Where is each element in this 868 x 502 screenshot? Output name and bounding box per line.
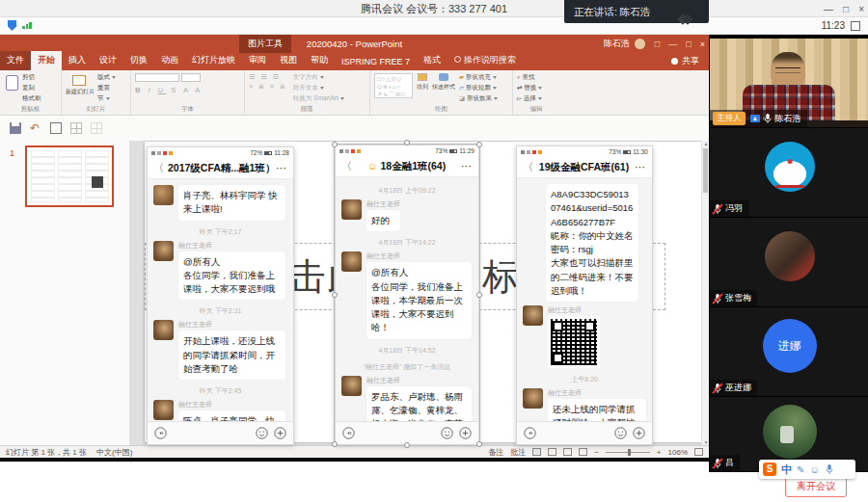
format-painter-button[interactable]: 格式刷 <box>22 94 41 103</box>
minimize-icon[interactable]: — <box>824 4 833 14</box>
tab-format[interactable]: 格式 <box>417 51 448 70</box>
select-button[interactable]: ▻ 选择 <box>517 94 556 103</box>
undo-icon[interactable]: ↶ <box>30 122 41 134</box>
wechat-screenshot-class19[interactable]: 73%11:30 〈 19级金融CFA班(61) ⋯ A8A9C33DC5901… <box>516 145 653 445</box>
zoom-out-icon[interactable]: − <box>594 448 599 457</box>
tab-transitions[interactable]: 切换 <box>123 51 154 70</box>
close-icon[interactable]: × <box>858 4 864 14</box>
comments-toggle[interactable]: 批注 <box>510 447 526 458</box>
wechat-screenshot-class18[interactable]: 73%11:29 〈 ☺ 18金融1班(64) ⋯ 4月18日 上午09:22 … <box>335 145 479 445</box>
text-direction-button[interactable]: 文字方向 <box>293 73 344 82</box>
align-text-button[interactable]: 对齐文本 <box>293 84 344 92</box>
cut-button[interactable]: 剪切 <box>22 73 41 82</box>
video-tile-zhangxuemei[interactable]: 张雪梅 <box>710 218 868 307</box>
ppt-close-icon[interactable]: × <box>700 40 705 49</box>
ppt-scrollbar[interactable]: ▲ ▼ <box>701 141 709 445</box>
selection-handle[interactable] <box>476 441 482 447</box>
network-signal-icon <box>22 22 32 29</box>
leave-meeting-button[interactable]: 离开会议 <box>785 476 847 497</box>
selection-handle[interactable] <box>332 441 338 447</box>
mic-muted-icon <box>713 458 722 469</box>
tell-me-search[interactable]: 操作说明搜索 <box>448 51 523 70</box>
meeting-logo-icon <box>677 8 692 31</box>
find-button[interactable]: ⌕ 查找 <box>517 73 556 82</box>
shape-outline-button[interactable]: ▱ 形状轮廓 <box>459 84 498 92</box>
tab-insert[interactable]: 插入 <box>62 51 93 70</box>
language-indicator[interactable]: 中文(中国) <box>96 447 132 458</box>
maximize-icon[interactable]: □ <box>843 4 849 14</box>
section-button[interactable]: 节 <box>97 94 116 103</box>
mic-on-icon <box>763 113 773 124</box>
selection-handle[interactable] <box>476 292 482 298</box>
shape-fill-button[interactable]: ▰ 形状填充 <box>459 73 498 82</box>
paste-icon[interactable] <box>6 75 18 91</box>
time-divider: 昨天 下午2:17 <box>148 227 293 237</box>
smartart-button[interactable]: 转换为 SmartArt <box>293 94 344 103</box>
shape-effects-button[interactable]: ◪ 形状效果 <box>459 94 498 103</box>
shapes-gallery[interactable]: □○△▽◇⬭☆▹⌂○↗∿⌒⊙□ <box>374 73 413 98</box>
tab-slideshow[interactable]: 幻灯片放映 <box>185 51 242 70</box>
font-size-select[interactable] <box>181 73 201 82</box>
selection-handle[interactable] <box>404 442 410 448</box>
selection-handle[interactable] <box>404 140 410 145</box>
tab-file[interactable]: 文件 <box>0 51 31 70</box>
tab-help[interactable]: 帮助 <box>304 51 335 70</box>
selection-handle[interactable] <box>332 142 338 147</box>
video-tile-fengyu[interactable]: 冯羽 <box>710 128 868 218</box>
zoom-level[interactable]: 106% <box>668 448 688 457</box>
selection-handle[interactable] <box>332 292 338 298</box>
grid-view-icon2[interactable] <box>91 122 102 134</box>
fullscreen-icon[interactable] <box>851 21 860 31</box>
fit-slide-icon[interactable] <box>694 448 703 456</box>
voice-icon <box>524 427 536 439</box>
chat-header: 〈 2017级CFA精...融1班）(42) ⋯ <box>148 158 293 179</box>
tab-animations[interactable]: 动画 <box>154 51 185 70</box>
save-icon[interactable] <box>10 122 21 134</box>
new-slide-icon[interactable] <box>72 75 86 86</box>
ime-mic-icon[interactable] <box>825 463 834 475</box>
tab-design[interactable]: 设计 <box>93 51 123 70</box>
slide-thumbnail-1[interactable] <box>25 145 114 207</box>
recall-notice: “融仕王老师” 撤回了一条消息 <box>336 362 478 372</box>
new-slide-button[interactable]: 新建幻灯片 <box>66 88 95 96</box>
video-tile-wujinna[interactable]: 进娜 巫进娜 <box>710 307 868 397</box>
replace-button[interactable]: ⇄ 替换 <box>517 84 556 92</box>
participant-name: 陈石浩 <box>775 113 801 125</box>
speaking-text: 正在讲话: 陈石浩 <box>574 6 650 17</box>
sorter-view-icon[interactable] <box>548 448 556 456</box>
layout-button[interactable]: 版式 <box>97 73 116 82</box>
zoom-slider[interactable] <box>606 452 650 453</box>
ppt-minimize-icon[interactable]: — <box>668 40 677 49</box>
notes-toggle[interactable]: 备注 <box>488 447 503 458</box>
selection-handle[interactable] <box>476 142 482 147</box>
ime-lang-toggle[interactable]: 中 <box>781 462 792 477</box>
slideshow-view-icon[interactable] <box>579 448 587 456</box>
sogou-logo-icon[interactable]: S <box>763 462 776 476</box>
ribbon-group-paragraph: ☰ ☱ ☲≡ ≣ ≡ ≣ 文字方向 对齐文本 转换为 SmartArt 段落 <box>245 70 370 115</box>
arrange-button[interactable]: 排列 <box>417 83 428 92</box>
emoji-icon <box>441 427 453 439</box>
ppt-maximize-icon[interactable]: □ <box>686 40 691 49</box>
reading-view-icon[interactable] <box>563 448 572 456</box>
ime-emoji-icon[interactable]: ☺ <box>809 464 819 475</box>
quick-styles-button[interactable]: 快速样式 <box>432 83 455 92</box>
zoom-in-icon[interactable]: + <box>657 448 662 457</box>
ime-pen-icon[interactable]: ✎ <box>797 464 804 475</box>
normal-view-icon[interactable] <box>532 448 541 456</box>
ribbon-options-icon[interactable]: □ <box>655 40 660 49</box>
user-avatar[interactable] <box>635 39 645 49</box>
reset-button[interactable]: 重置 <box>97 84 116 92</box>
tab-ispring[interactable]: ISPRING FREE 7 <box>335 54 417 70</box>
font-family-select[interactable] <box>135 73 179 82</box>
ppt-share-button[interactable]: 共享 <box>662 52 709 70</box>
video-tile-host[interactable]: 主持人 陈石浩 <box>710 39 868 128</box>
ime-toolbar[interactable]: S 中 ✎ ☺ <box>759 460 855 479</box>
wechat-screenshot-class2017[interactable]: 72%11:28 〈 2017级CFA精...融1班）(42) ⋯ 肖子亮、林科… <box>147 146 294 445</box>
tab-review[interactable]: 审阅 <box>242 51 273 70</box>
tab-view[interactable]: 视图 <box>273 51 304 70</box>
copy-button[interactable]: 复制 <box>22 84 41 92</box>
avatar <box>341 199 362 220</box>
tab-home[interactable]: 开始 <box>31 51 62 70</box>
start-slideshow-icon[interactable] <box>50 122 62 134</box>
grid-view-icon[interactable] <box>70 122 82 134</box>
